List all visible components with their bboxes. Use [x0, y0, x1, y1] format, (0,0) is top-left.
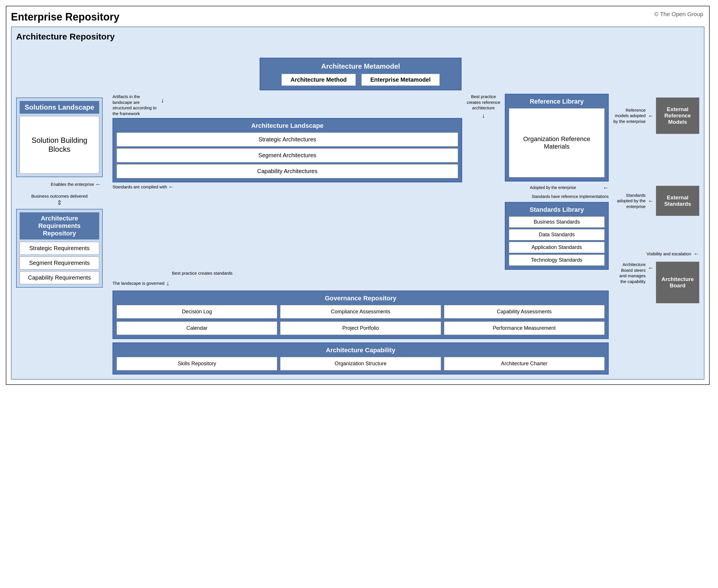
adopted-enterprise-annotation: Adopted by the enterprise: [505, 185, 601, 190]
ref-library-box: Reference Library Organization Reference…: [505, 94, 609, 182]
standards-library-box: Standards Library Business Standards Dat…: [505, 202, 609, 270]
solutions-landscape-title: Solutions Landscape: [20, 101, 99, 114]
copyright: © The Open Group: [654, 11, 703, 18]
calendar: Calendar: [117, 321, 277, 335]
governance-repo-title: Governance Repository: [117, 295, 605, 302]
compliance-assessments: Compliance Assessments: [280, 305, 441, 318]
skills-repository: Skills Repository: [117, 357, 277, 371]
business-standards: Business Standards: [509, 216, 605, 228]
strategic-architectures: Strategic Architectures: [117, 132, 458, 147]
data-standards: Data Standards: [509, 229, 605, 240]
artifacts-framework-annotation: Artifacts in the landscape are structure…: [112, 94, 159, 116]
landscape-governed-annotation: The landscape is governed: [112, 280, 164, 286]
solution-building-blocks: Solution Building Blocks: [20, 116, 99, 174]
org-ref-materials: Organization Reference Materials: [509, 108, 605, 177]
arch-req-repo-title: Architecture Requirements Repository: [20, 212, 99, 239]
architecture-method: Architecture Method: [281, 74, 355, 86]
arch-landscape-box: Architecture Landscape Strategic Archite…: [112, 118, 462, 182]
arch-board-steers-annotation: Architecture Board steers and manages th…: [613, 262, 646, 284]
enterprise-repository-container: Enterprise Repository © The Open Group A…: [6, 6, 710, 385]
arch-repo-title: Architecture Repository: [16, 32, 699, 42]
organization-structure: Organization Structure: [280, 357, 441, 371]
main-title: Enterprise Repository: [11, 11, 704, 23]
segment-requirements: Segment Requirements: [20, 256, 99, 270]
arch-landscape-title: Architecture Landscape: [117, 122, 458, 129]
external-reference-models-label: External Reference Models: [656, 98, 699, 134]
solutions-landscape-box: Solutions Landscape Solution Building Bl…: [16, 98, 103, 177]
architecture-charter: Architecture Charter: [444, 357, 605, 371]
capability-requirements: Capability Requirements: [20, 271, 99, 284]
external-standards-label: External Standards: [656, 186, 699, 216]
arch-req-repo-box: Architecture Requirements Repository Str…: [16, 209, 103, 288]
capability-architectures: Capability Architectures: [117, 164, 458, 178]
capability-assessments: Capability Assessments: [444, 305, 605, 318]
standards-reference-annotation: Standards have reference implementations: [532, 194, 609, 199]
best-practice-ref-annotation: Best practice creates reference architec…: [466, 94, 501, 111]
enterprise-metamodel: Enterprise Metamodel: [361, 74, 440, 86]
best-practice-standards-annotation: Best practice creates standards: [172, 270, 233, 276]
standards-adopted-annotation: Standards adopted by the enterprise: [613, 192, 646, 209]
arch-repo-container: Architecture Repository Solutions Landsc…: [11, 26, 704, 380]
standards-complied-annotation: Standards are complied with: [112, 184, 167, 190]
technology-standards: Technology Standards: [509, 254, 605, 266]
business-outcomes-annotation: Business outcomes delivered: [31, 193, 87, 199]
performance-measurement: Performance Measurement: [444, 321, 605, 335]
application-standards: Application Standards: [509, 242, 605, 253]
metamodel-title: Architecture Metamodel: [264, 62, 457, 70]
architecture-board-label: Architecture Board: [656, 262, 699, 303]
segment-architectures: Segment Architectures: [117, 148, 458, 163]
visibility-escalation-annotation: Visibility and escalation: [613, 251, 691, 257]
strategic-requirements: Strategic Requirements: [20, 242, 99, 255]
decision-log: Decision Log: [117, 305, 277, 318]
ref-models-adopted-annotation: Reference models adopted by the enterpri…: [613, 107, 646, 124]
governance-repo-box: Governance Repository Decision Log Compl…: [112, 291, 609, 339]
arch-capability-title: Architecture Capability: [117, 346, 605, 354]
ref-library-title: Reference Library: [509, 98, 605, 105]
enables-enterprise-annotation: Enables the enterprise: [17, 182, 94, 187]
standards-library-title: Standards Library: [509, 206, 605, 213]
project-portfolio: Project Portfolio: [280, 321, 441, 335]
metamodel-box: Architecture Metamodel Architecture Meth…: [260, 58, 462, 90]
arch-capability-box: Architecture Capability Skills Repositor…: [112, 342, 609, 375]
